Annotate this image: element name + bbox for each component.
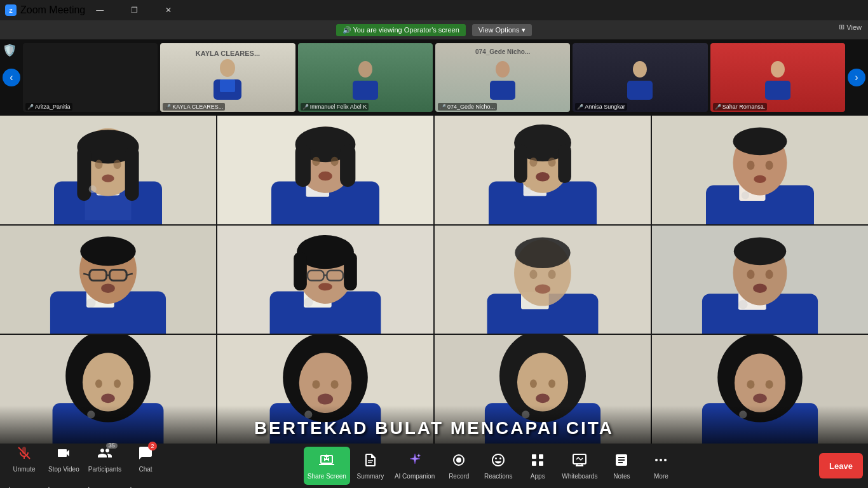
record-button[interactable]: Record bbox=[440, 447, 478, 485]
leave-button[interactable]: Leave bbox=[819, 453, 863, 478]
reactions-button[interactable]: Reactions bbox=[479, 447, 517, 485]
minimize-button[interactable]: — bbox=[85, 0, 114, 20]
person-silhouette-2 bbox=[208, 55, 247, 100]
svg-rect-72 bbox=[294, 252, 307, 290]
participants-count: 35 bbox=[106, 443, 118, 449]
view-button[interactable]: ⊞ View bbox=[839, 23, 862, 31]
more-button[interactable]: More bbox=[642, 447, 680, 485]
topbar: 🔊 You are viewing Operator's screen View… bbox=[0, 20, 868, 39]
record-icon bbox=[451, 452, 466, 470]
strip-next-button[interactable]: › bbox=[848, 69, 865, 86]
svg-point-23 bbox=[102, 175, 114, 182]
svg-point-42 bbox=[529, 158, 537, 167]
ai-companion-icon bbox=[407, 452, 423, 470]
participant-thumb-5[interactable]: 🎤 Annisa Sungkar bbox=[573, 43, 707, 112]
share-screen-button[interactable]: Share Screen bbox=[304, 447, 350, 485]
mic-icon-1: 🎤 bbox=[27, 104, 34, 110]
svg-point-52 bbox=[766, 161, 773, 170]
person-silhouette-6 bbox=[759, 55, 797, 100]
svg-rect-4 bbox=[220, 79, 235, 92]
svg-rect-41 bbox=[558, 144, 571, 183]
svg-point-22 bbox=[114, 160, 121, 170]
titlebar-title: Zoom Meeting bbox=[20, 4, 85, 16]
notes-button[interactable]: Notes bbox=[602, 447, 641, 485]
svg-point-94 bbox=[753, 283, 767, 293]
shield-icon: 🛡️ bbox=[3, 44, 17, 57]
gallery-person-1 bbox=[0, 116, 216, 224]
svg-rect-20 bbox=[125, 147, 139, 201]
unmute-caret[interactable]: ▲ bbox=[5, 485, 14, 489]
svg-point-34 bbox=[318, 172, 332, 181]
participants-label: Participants bbox=[88, 466, 121, 473]
summary-label: Summary bbox=[356, 473, 384, 480]
svg-point-86 bbox=[535, 284, 550, 294]
svg-point-102 bbox=[101, 394, 115, 403]
notes-label: Notes bbox=[613, 473, 630, 480]
participant-strip: 🛡️ ‹ 🎤 Aritza_Panitia KAYLA CLEARES... 🎤… bbox=[0, 39, 868, 116]
maximize-button[interactable]: ❐ bbox=[119, 0, 149, 20]
participant-thumb-1[interactable]: 🎤 Aritza_Panitia bbox=[23, 43, 158, 112]
svg-point-109 bbox=[331, 381, 339, 389]
svg-point-125 bbox=[766, 381, 773, 389]
view-label: View bbox=[846, 24, 862, 31]
whiteboards-button[interactable]: Whiteboards bbox=[558, 447, 601, 485]
share-screen-icon bbox=[319, 452, 334, 470]
apps-label: Apps bbox=[531, 473, 545, 480]
main-video-area: BERTEKAD BULAT MENCAPAI CITA bbox=[0, 116, 868, 444]
svg-point-142 bbox=[655, 459, 658, 461]
participant-thumb-2[interactable]: KAYLA CLEARES... 🎤 KAYLA CLEARES... bbox=[160, 43, 295, 112]
chat-wrapper: 2 Chat ▲ bbox=[126, 440, 165, 489]
apps-button[interactable]: Apps bbox=[519, 447, 557, 485]
svg-point-9 bbox=[633, 61, 647, 78]
svg-point-44 bbox=[536, 172, 550, 182]
gallery-person-4 bbox=[652, 116, 868, 224]
svg-rect-31 bbox=[340, 144, 355, 187]
stop-video-caret[interactable]: ▲ bbox=[44, 485, 53, 489]
close-button[interactable]: ✕ bbox=[154, 0, 183, 20]
mic-icon-5: 🎤 bbox=[577, 104, 583, 110]
chat-icon: 2 bbox=[138, 445, 153, 463]
svg-point-133 bbox=[456, 458, 461, 463]
view-options-button[interactable]: View Options ▾ bbox=[472, 24, 532, 36]
chat-button[interactable]: 2 Chat bbox=[126, 440, 165, 478]
participant-thumb-6[interactable]: 🎤 Sahar Romansa. bbox=[710, 43, 845, 112]
whiteboards-label: Whiteboards bbox=[562, 473, 597, 480]
strip-prev-button[interactable]: ‹ bbox=[3, 69, 20, 86]
mic-icon-6: 🎤 bbox=[715, 104, 721, 110]
participants-caret[interactable]: ▲ bbox=[85, 485, 93, 489]
summary-button[interactable]: Summary bbox=[351, 447, 390, 485]
participant-name-6: 🎤 Sahar Romansa. bbox=[713, 103, 768, 111]
participants-wrapper: 35 Participants ▲ bbox=[85, 440, 125, 489]
gallery-person-3 bbox=[435, 116, 651, 224]
toolbar-center: Share Screen Summary AI Companion bbox=[304, 447, 681, 485]
camera-icon bbox=[56, 445, 71, 463]
svg-point-92 bbox=[747, 269, 754, 279]
unmute-button[interactable]: Unmute bbox=[5, 440, 43, 478]
ai-companion-button[interactable]: AI Companion bbox=[391, 447, 438, 485]
mic-muted-icon bbox=[17, 445, 32, 463]
svg-point-65 bbox=[101, 283, 115, 293]
svg-point-91 bbox=[734, 237, 787, 265]
mic-icon-2: 🎤 bbox=[165, 104, 171, 110]
svg-point-123 bbox=[735, 354, 785, 412]
svg-point-5 bbox=[358, 61, 372, 78]
participants-button[interactable]: 35 Participants bbox=[85, 440, 125, 478]
chat-label: Chat bbox=[139, 466, 152, 473]
svg-point-116 bbox=[530, 379, 537, 388]
participant-name-3: 🎤 Immanuel Felix Abel K bbox=[301, 103, 369, 111]
chat-caret[interactable]: ▲ bbox=[126, 485, 135, 489]
apps-icon bbox=[530, 452, 545, 470]
viewing-label: 🔊 You are viewing Operator's screen bbox=[342, 26, 459, 34]
svg-point-51 bbox=[747, 161, 754, 170]
svg-point-93 bbox=[766, 269, 773, 279]
svg-point-43 bbox=[548, 158, 556, 167]
reactions-icon bbox=[491, 452, 506, 470]
participant-thumb-4[interactable]: 074_Gede Nicho... 🎤 074_Gede Nicho... bbox=[435, 43, 570, 112]
mic-icon-4: 🎤 bbox=[440, 104, 446, 110]
stop-video-button[interactable]: Stop Video bbox=[44, 440, 83, 478]
participant-thumb-3[interactable]: 🎤 Immanuel Felix Abel K bbox=[298, 43, 433, 112]
svg-point-143 bbox=[660, 459, 662, 461]
toolbar-left: Unmute ▲ Stop Video ▲ bbox=[5, 440, 165, 489]
svg-point-2 bbox=[220, 59, 235, 77]
toolbar: Unmute ▲ Stop Video ▲ bbox=[0, 444, 868, 488]
